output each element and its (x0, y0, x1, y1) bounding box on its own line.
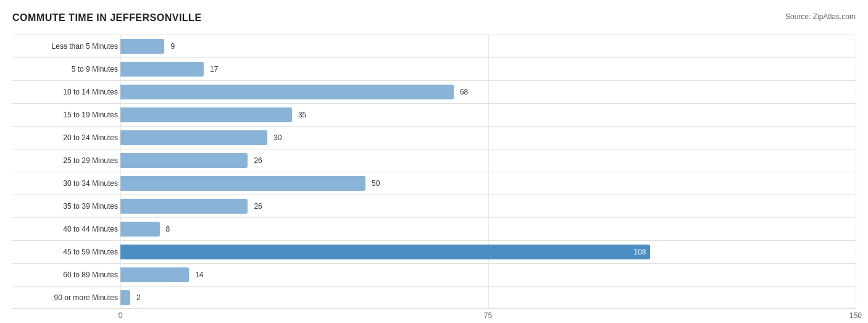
bar-row: 15 to 19 Minutes35 (12, 103, 856, 126)
bar-row: 40 to 44 Minutes8 (12, 217, 856, 240)
gridline (856, 287, 856, 308)
bar-container: 26 (120, 195, 856, 217)
axis-label: 150 (849, 311, 862, 320)
bar-value: 68 (460, 88, 468, 96)
bar-row: 30 to 34 Minutes50 (12, 172, 856, 195)
bar-container: 30 (120, 127, 856, 149)
bar-row: 60 to 89 Minutes14 (12, 263, 856, 286)
bar-row: 10 to 14 Minutes68 (12, 80, 856, 103)
bar-container: 8 (120, 218, 856, 240)
bar-label: 10 to 14 Minutes (12, 88, 120, 96)
bar-row: 5 to 9 Minutes17 (12, 57, 856, 80)
axis-row: 075150 (12, 311, 856, 323)
bar-label: 60 to 89 Minutes (12, 271, 120, 279)
bar-label: Less than 5 Minutes (12, 42, 120, 51)
gridline (856, 149, 856, 172)
bar-fill: 108 (120, 245, 650, 259)
bar-value: 9 (170, 42, 175, 51)
gridline (856, 195, 856, 217)
axis-labels: 075150 (120, 311, 856, 323)
bar-container: 2 (120, 287, 856, 308)
page-wrapper: COMMUTE TIME IN JEFFERSONVILLE Source: Z… (12, 12, 856, 323)
bar-value: 30 (273, 133, 282, 142)
bar-value: 50 (372, 179, 380, 188)
bar-container: 17 (120, 58, 856, 80)
bar-container: 35 (120, 104, 856, 126)
bar-row: 25 to 29 Minutes26 (12, 149, 856, 172)
bar-row: 20 to 24 Minutes30 (12, 126, 856, 149)
bar-label: 5 to 9 Minutes (12, 65, 120, 73)
gridline (856, 58, 856, 80)
bar-row: Less than 5 Minutes9 (12, 35, 856, 57)
bar-label: 30 to 34 Minutes (12, 179, 120, 188)
bar-container: 108 (120, 241, 856, 263)
bar-label: 45 to 59 Minutes (12, 248, 120, 256)
axis-label: 75 (484, 311, 492, 320)
bar-value: 8 (166, 225, 170, 233)
bar-label: 90 or more Minutes (12, 293, 120, 302)
bar-value: 17 (210, 65, 218, 73)
bar-row: 45 to 59 Minutes108 (12, 240, 856, 263)
bar-container: 14 (120, 264, 856, 286)
bar-fill: 2 (120, 290, 130, 305)
bar-value: 35 (298, 111, 306, 119)
bar-fill: 50 (120, 176, 365, 191)
gridline (856, 35, 856, 57)
bar-fill: 14 (120, 267, 189, 282)
gridline (856, 264, 856, 286)
bar-fill: 8 (120, 222, 160, 237)
bar-label: 25 to 29 Minutes (12, 156, 120, 165)
bar-label: 40 to 44 Minutes (12, 225, 120, 233)
bar-label: 15 to 19 Minutes (12, 111, 120, 119)
bar-value: 26 (254, 202, 262, 211)
bar-fill: 26 (120, 153, 248, 168)
source-text: Source: ZipAtlas.com (785, 12, 856, 21)
chart-area: Less than 5 Minutes95 to 9 Minutes1710 t… (12, 35, 856, 309)
bar-fill: 35 (120, 107, 292, 122)
bar-container: 50 (120, 172, 856, 195)
bar-container: 9 (120, 35, 856, 57)
bar-value: 14 (195, 271, 203, 279)
bar-container: 26 (120, 149, 856, 172)
chart-title: COMMUTE TIME IN JEFFERSONVILLE (12, 12, 202, 23)
bar-row: 90 or more Minutes2 (12, 286, 856, 309)
gridline (856, 104, 856, 126)
bar-value: 26 (254, 156, 262, 165)
bar-row: 35 to 39 Minutes26 (12, 195, 856, 217)
bar-fill: 17 (120, 62, 204, 77)
bar-value: 2 (136, 293, 141, 302)
header-row: COMMUTE TIME IN JEFFERSONVILLE Source: Z… (12, 12, 856, 23)
axis-label: 0 (119, 311, 123, 320)
gridline (856, 172, 856, 195)
gridline (856, 81, 856, 103)
gridline (856, 241, 856, 263)
bar-value: 108 (633, 248, 646, 256)
bar-fill: 30 (120, 130, 267, 145)
gridline (856, 127, 856, 149)
bar-container: 68 (120, 81, 856, 103)
bar-label: 20 to 24 Minutes (12, 133, 120, 142)
bar-label: 35 to 39 Minutes (12, 202, 120, 211)
bar-fill: 68 (120, 85, 454, 99)
gridline (856, 218, 856, 240)
bar-fill: 9 (120, 39, 164, 54)
bar-fill: 26 (120, 199, 248, 214)
